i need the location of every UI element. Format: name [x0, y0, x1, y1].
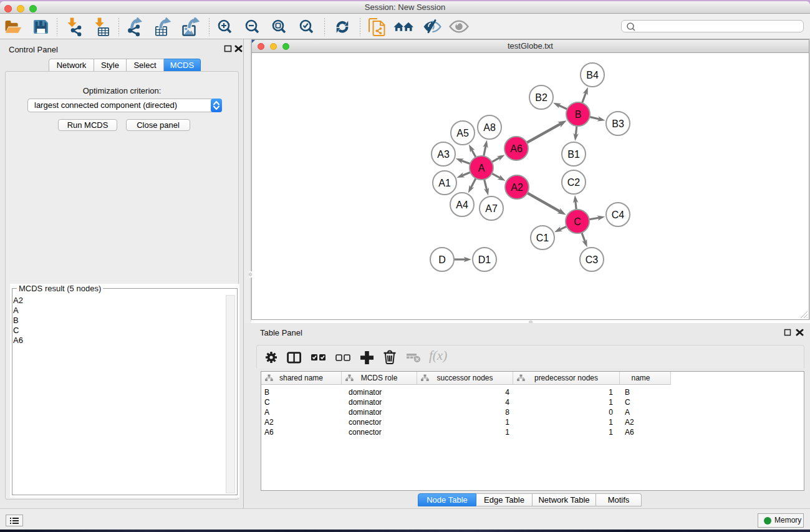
- svg-text:A7: A7: [485, 203, 498, 214]
- svg-text:D1: D1: [478, 254, 491, 265]
- svg-text:C3: C3: [586, 254, 599, 265]
- svg-text:A1: A1: [438, 178, 451, 188]
- svg-text:A2: A2: [511, 182, 523, 193]
- svg-text:A8: A8: [483, 122, 496, 133]
- svg-text:C: C: [574, 216, 581, 227]
- svg-text:A: A: [478, 163, 485, 173]
- svg-text:A4: A4: [456, 200, 468, 210]
- svg-text:B2: B2: [535, 92, 547, 103]
- svg-text:C2: C2: [567, 177, 581, 188]
- svg-text:A5: A5: [456, 128, 469, 138]
- svg-text:B3: B3: [612, 118, 624, 129]
- svg-text:C4: C4: [612, 210, 625, 220]
- svg-text:D: D: [438, 254, 446, 265]
- svg-text:A3: A3: [437, 149, 450, 160]
- svg-text:A6: A6: [510, 143, 523, 154]
- svg-text:B1: B1: [567, 149, 580, 160]
- svg-text:B4: B4: [586, 70, 599, 80]
- svg-text:C1: C1: [536, 233, 549, 243]
- svg-text:B: B: [575, 109, 582, 120]
